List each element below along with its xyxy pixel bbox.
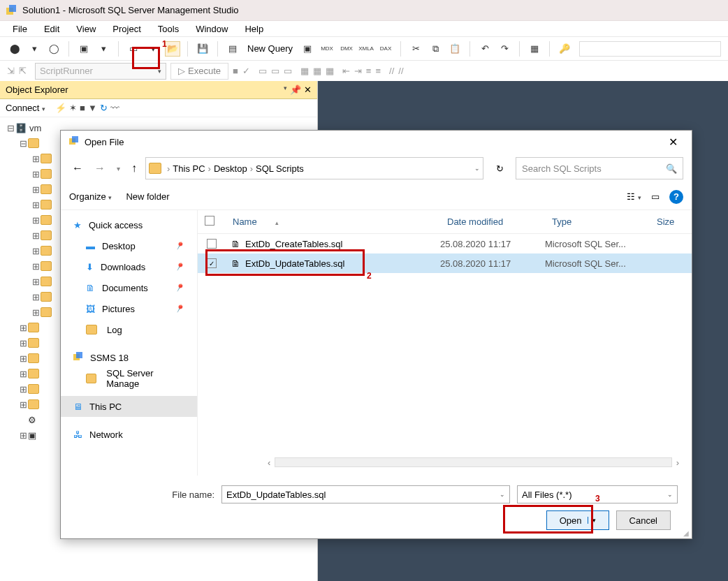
close-button[interactable]: ✕ — [663, 133, 683, 152]
breadcrumb-item[interactable]: Desktop — [214, 163, 247, 174]
app-titlebar: Solution1 - Microsoft SQL Server Managem… — [0, 0, 728, 21]
sql-toolbar: ⇲ ⇱ ScriptRunner ▾ ▷ Execute ■ ✓ ▭ ▭ ▭ ▦… — [0, 60, 728, 81]
open-file-icon[interactable]: 📂 — [165, 41, 180, 57]
dax-icon[interactable]: DAX — [378, 41, 393, 57]
dialog-toolbar: Organize ▾ New folder ☷ ▾ ▭ ? — [61, 184, 692, 210]
app-logo-icon — [6, 5, 17, 16]
folder-icon — [149, 163, 161, 174]
save-icon[interactable]: 💾 — [195, 41, 210, 57]
menu-edit[interactable]: Edit — [37, 22, 66, 36]
execute-button[interactable]: ▷ Execute — [170, 63, 228, 80]
sidebar-quick-access[interactable]: ★Quick access — [61, 214, 197, 235]
file-name-label: File name: — [75, 490, 214, 500]
nav-recent-icon[interactable]: ▾ — [114, 165, 123, 172]
sidebar-ssms[interactable]: SSMS 18 — [61, 347, 197, 368]
connect-button[interactable]: Connect ▾ — [6, 103, 45, 113]
undo-icon: ↶ — [477, 41, 493, 57]
close-icon[interactable]: ✕ — [304, 84, 312, 95]
activity-icon[interactable]: 〰 — [110, 103, 119, 113]
file-list-header: Name▴ Date modified Type Size — [198, 210, 692, 234]
grid-icon[interactable]: ▦ — [527, 41, 542, 57]
breadcrumb-item[interactable]: SQL Scripts — [256, 163, 304, 174]
view-mode-button[interactable]: ☷ ▾ — [627, 191, 641, 202]
stop-icon[interactable]: ■ — [80, 103, 85, 113]
sidebar-sqlmgr[interactable]: SQL Server Manage — [61, 368, 197, 389]
sidebar-downloads[interactable]: ⬇Downloads📍 — [61, 256, 197, 277]
menu-project[interactable]: Project — [105, 22, 147, 36]
chevron-down-icon[interactable]: ⌄ — [474, 165, 480, 172]
ssms-icon — [73, 352, 83, 364]
breadcrumb-item[interactable]: This PC — [173, 163, 205, 174]
indent-icon: ≡ — [366, 66, 372, 76]
filter-icon[interactable]: ▼ — [88, 103, 97, 113]
svg-rect-3 — [72, 136, 78, 142]
search-box[interactable] — [579, 41, 721, 57]
new-query-button[interactable]: New Query — [247, 43, 293, 54]
organize-button[interactable]: Organize ▾ — [69, 191, 112, 202]
new-folder-button[interactable]: New folder — [126, 191, 169, 202]
menu-tools[interactable]: Tools — [151, 22, 186, 36]
mdx-icon[interactable]: MDX — [319, 41, 335, 57]
column-name[interactable]: Name▴ — [226, 216, 440, 227]
dmx-icon[interactable]: DMX — [339, 41, 354, 57]
new-project-icon[interactable]: ▣ — [76, 41, 92, 57]
sidebar-log[interactable]: Log — [61, 319, 197, 340]
select-all-checkbox[interactable] — [205, 216, 214, 226]
xevent-icon: ▣ — [28, 430, 36, 441]
column-size[interactable]: Size — [650, 216, 692, 227]
menu-window[interactable]: Window — [189, 22, 235, 36]
sidebar-desktop[interactable]: ▬Desktop📍 — [61, 235, 197, 256]
nav-back-icon[interactable]: ⬤ — [7, 41, 22, 57]
dialog-footer: File name: ExtDb_UpdateTables.sql ⌄ All … — [61, 477, 692, 538]
annotation-2-label: 2 — [367, 271, 372, 281]
combo-text: ScriptRunner — [40, 66, 93, 76]
dialog-titlebar: Open File ✕ — [61, 131, 692, 153]
sidebar-this-pc[interactable]: 🖥This PC — [61, 396, 197, 417]
sidebar-network[interactable]: 🖧Network — [61, 424, 197, 445]
connect-icon[interactable]: ⚡ — [55, 103, 66, 113]
nav-forward-icon: → — [92, 162, 108, 175]
dropdown-icon[interactable]: ▾ — [284, 84, 287, 95]
breadcrumb-bar[interactable]: › This PC › Desktop › SQL Scripts ⌄ — [145, 157, 483, 179]
pictures-icon: 🖼 — [86, 304, 95, 314]
column-type[interactable]: Type — [545, 216, 650, 227]
cancel-button-label: Cancel — [629, 515, 657, 526]
menu-dropdown-icon[interactable]: ▾ — [27, 41, 42, 57]
sidebar-documents[interactable]: 🗎Documents📍 — [61, 277, 197, 298]
chevron-down-icon[interactable]: ⌄ — [500, 491, 505, 498]
xmla-icon[interactable]: XMLA — [358, 41, 374, 57]
nav-back-icon[interactable]: ← — [69, 162, 86, 175]
find-icon[interactable]: 🔑 — [557, 41, 572, 57]
window-title: Solution1 - Microsoft SQL Server Managem… — [22, 5, 239, 15]
dialog-icon — [69, 136, 79, 148]
agent-icon: ⚙ — [28, 415, 36, 425]
file-type: Microsoft SQL Ser... — [545, 239, 650, 249]
column-date[interactable]: Date modified — [440, 216, 545, 227]
cancel-button[interactable]: Cancel — [616, 510, 671, 530]
resize-grip-icon[interactable]: ◢ — [683, 529, 689, 537]
menu-file[interactable]: File — [6, 22, 34, 36]
file-name-input[interactable]: ExtDb_UpdateTables.sql ⌄ — [221, 485, 510, 503]
new-query-icon[interactable]: ▤ — [225, 41, 240, 57]
nav-fwd-icon: ◯ — [46, 41, 61, 57]
preview-pane-button[interactable]: ▭ — [651, 191, 660, 202]
refresh-button[interactable]: ↻ — [489, 157, 510, 179]
menu-view[interactable]: View — [69, 22, 103, 36]
chevron-down-icon[interactable]: ⌄ — [667, 491, 673, 498]
db-icon[interactable]: ▣ — [300, 41, 315, 57]
pc-icon: 🖥 — [73, 402, 82, 412]
pin-icon[interactable]: 📌 — [290, 84, 301, 95]
dialog-sidebar: ★Quick access ▬Desktop📍 ⬇Downloads📍 🗎Doc… — [61, 210, 198, 476]
menu-help[interactable]: Help — [238, 22, 270, 36]
row-checkbox[interactable] — [207, 239, 217, 249]
file-date: 25.08.2020 11:17 — [440, 258, 545, 269]
search-input[interactable]: Search SQL Scripts 🔍 — [516, 157, 683, 179]
refresh-icon[interactable]: ↻ — [100, 103, 108, 113]
horizontal-scrollbar[interactable]: ‹ › — [263, 456, 683, 469]
nav-up-icon[interactable]: ↑ — [129, 162, 140, 175]
help-icon[interactable]: ? — [669, 190, 683, 204]
plan-icon: ▭ — [271, 66, 279, 76]
sidebar-pictures[interactable]: 🖼Pictures📍 — [61, 298, 197, 319]
disconnect-icon[interactable]: ✶ — [69, 103, 77, 113]
dropdown-icon[interactable]: ▾ — [96, 41, 111, 57]
